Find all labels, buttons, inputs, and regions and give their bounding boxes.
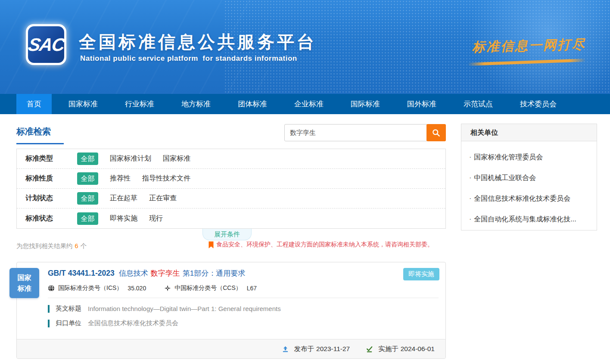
teal-bar-decoration	[48, 320, 50, 327]
check-icon	[366, 345, 376, 353]
nav-item-international-standards[interactable]: 国际标准	[340, 94, 390, 114]
title-segment: 信息技术	[119, 269, 148, 277]
sidebar-item-label: 中国机械工业联合会	[474, 174, 536, 181]
standard-type-badge: 国家 标准	[9, 268, 39, 298]
search-bar	[284, 124, 446, 141]
published-label: 发布于	[294, 345, 314, 354]
filter-option[interactable]: 现行	[149, 214, 163, 223]
card-footer: 发布于 2023-11-27 实施于 2024-06-01	[17, 339, 445, 358]
filter-label: 计划状态	[25, 194, 66, 203]
main-navbar: 首页 国家标准 行业标准 地方标准 团体标准 企业标准 国际标准 国外标准 示范…	[0, 94, 610, 114]
published-date: 2023-11-27	[316, 345, 350, 353]
standard-result-card: 国家 标准 即将实施 GB/T 43441.1-2023信息技术数字孪生第1部分…	[16, 262, 446, 359]
sidebar-item-machinery-federation[interactable]: ·中国机械工业联合会	[461, 174, 597, 183]
type-badge-line1: 国家	[9, 272, 39, 283]
nav-item-enterprise-standards[interactable]: 企业标准	[284, 94, 334, 114]
filter-label: 标准性质	[25, 174, 66, 183]
card-divider	[48, 298, 439, 298]
nav-item-national-standards[interactable]: 国家标准	[58, 94, 108, 114]
implemented-date-group: 实施于 2024-06-01	[366, 345, 437, 354]
ccs-group: 中国标准分类号（CCS） L67	[164, 284, 257, 292]
standard-code: GB/T 43441.1-2023	[48, 269, 115, 277]
related-units-panel: 相关单位 ·国家标准化管理委员会 ·中国机械工业联合会 ·全国信息技术标准化技术…	[461, 124, 597, 230]
sidebar-item-sac[interactable]: ·国家标准化管理委员会	[461, 153, 597, 162]
expand-conditions-button[interactable]: 展开条件	[202, 229, 252, 240]
system-notice: 食品安全、环境保护、工程建设方面的国家标准未纳入本系统，请咨询相关部委。	[209, 241, 433, 249]
ics-label: 国际标准分类号（ICS）	[58, 284, 122, 292]
status-badge: 即将实施	[403, 268, 439, 280]
filter-option[interactable]: 国家标准计划	[110, 154, 151, 163]
info-label: 英文标题	[56, 305, 81, 313]
sidebar-item-it-standardization-committee[interactable]: ·全国信息技术标准化技术委员会	[461, 194, 597, 203]
title-segment: 第1部分：通用要求	[183, 269, 245, 277]
summary-prefix: 为您找到相关结果约	[16, 243, 73, 249]
filter-option[interactable]: 国家标准	[163, 154, 190, 163]
filter-option[interactable]: 推荐性	[110, 174, 131, 183]
ics-group: 国际标准分类号（ICS） 35.020	[48, 284, 146, 292]
site-title: 全国标准信息公共服务平台	[79, 30, 317, 54]
filter-panel: 标准类型 全部 国家标准计划 国家标准 标准性质 全部 推荐性 指导性技术文件 …	[16, 149, 446, 229]
committee-row: 归口单位 全国信息技术标准化技术委员会	[48, 319, 439, 327]
site-subtitle: National public service platform for sta…	[80, 54, 297, 63]
classification-meta-row: 国际标准分类号（ICS） 35.020 中国标准分类号（CCS） L67	[48, 284, 439, 292]
item-bullet: ·	[469, 195, 471, 202]
info-label: 归口单位	[56, 319, 81, 327]
ccs-value: L67	[247, 285, 257, 292]
info-value: 全国信息技术标准化技术委员会	[88, 319, 178, 327]
results-count: 6	[75, 243, 78, 249]
results-summary: 为您找到相关结果约6个	[16, 242, 87, 250]
nav-item-local-standards[interactable]: 地方标准	[171, 94, 221, 114]
item-bullet: ·	[469, 153, 471, 161]
filter-option[interactable]: 指导性技术文件	[142, 174, 190, 183]
standard-title-link[interactable]: GB/T 43441.1-2023信息技术数字孪生第1部分：通用要求	[48, 268, 439, 278]
published-date-group: 发布于 2023-11-27	[282, 345, 352, 354]
nav-item-pilot-demo[interactable]: 示范试点	[453, 94, 503, 114]
nav-item-group-standards[interactable]: 团体标准	[227, 94, 277, 114]
compass-icon	[164, 285, 171, 292]
item-bullet: ·	[469, 215, 471, 223]
sac-logo-inner: SAC	[28, 26, 64, 63]
bookmark-icon	[209, 241, 214, 249]
filter-label: 标准状态	[25, 214, 66, 223]
upload-icon	[282, 345, 292, 353]
item-bullet: ·	[469, 174, 471, 181]
filter-row-standard-type: 标准类型 全部 国家标准计划 国家标准	[17, 149, 445, 169]
nav-item-home[interactable]: 首页	[16, 94, 52, 114]
nav-item-technical-committees[interactable]: 技术委员会	[510, 94, 567, 114]
filter-row-plan-status: 计划状态 全部 正在起草 正在审查	[17, 189, 445, 208]
teal-bar-decoration	[48, 305, 50, 313]
title-highlighted-keyword: 数字孪生	[151, 269, 180, 277]
filter-selected-all-button[interactable]: 全部	[77, 192, 98, 205]
summary-suffix: 个	[81, 243, 87, 249]
filter-selected-all-button[interactable]: 全部	[77, 212, 98, 225]
globe-icon	[48, 285, 55, 292]
filter-row-standard-nature: 标准性质 全部 推荐性 指导性技术文件	[17, 169, 445, 189]
sac-logo-text: SAC	[26, 34, 65, 55]
nav-item-industry-standards[interactable]: 行业标准	[115, 94, 165, 114]
filter-label: 标准类型	[25, 154, 66, 163]
sidebar-item-label: 全国信息技术标准化技术委员会	[474, 195, 570, 202]
filter-selected-all-button[interactable]: 全部	[77, 172, 98, 185]
sidebar-item-automation-systems-committee[interactable]: ·全国自动化系统与集成标准化技...	[461, 215, 597, 224]
filter-option[interactable]: 即将实施	[110, 214, 137, 223]
implemented-date: 2024-06-01	[401, 345, 435, 353]
sidebar-item-label: 国家标准化管理委员会	[474, 153, 543, 161]
card-body: GB/T 43441.1-2023信息技术数字孪生第1部分：通用要求 国际标准分…	[17, 262, 445, 327]
filter-selected-all-button[interactable]: 全部	[77, 152, 98, 165]
filter-option[interactable]: 正在起草	[110, 194, 137, 203]
magnifier-icon	[432, 128, 441, 137]
ics-value: 35.020	[128, 285, 146, 292]
ccs-label: 中国标准分类号（CCS）	[174, 284, 242, 292]
header-slogan: 标准信息一网打尽	[469, 35, 590, 56]
info-value: Information technology—Digital twin—Part…	[88, 305, 281, 312]
search-button[interactable]	[426, 124, 446, 141]
sidebar-item-label: 全国自动化系统与集成标准化技...	[474, 215, 576, 223]
site-header: SAC 全国标准信息公共服务平台 National public service…	[0, 0, 610, 94]
search-input[interactable]	[284, 124, 427, 141]
filter-option[interactable]: 正在审查	[149, 194, 177, 203]
implemented-label: 实施于	[378, 345, 398, 354]
nav-item-foreign-standards[interactable]: 国外标准	[397, 94, 447, 114]
english-title-row: 英文标题 Information technology—Digital twin…	[48, 305, 439, 313]
related-units-title: 相关单位	[461, 124, 597, 141]
notice-text: 食品安全、环境保护、工程建设方面的国家标准未纳入本系统，请咨询相关部委。	[216, 241, 433, 249]
